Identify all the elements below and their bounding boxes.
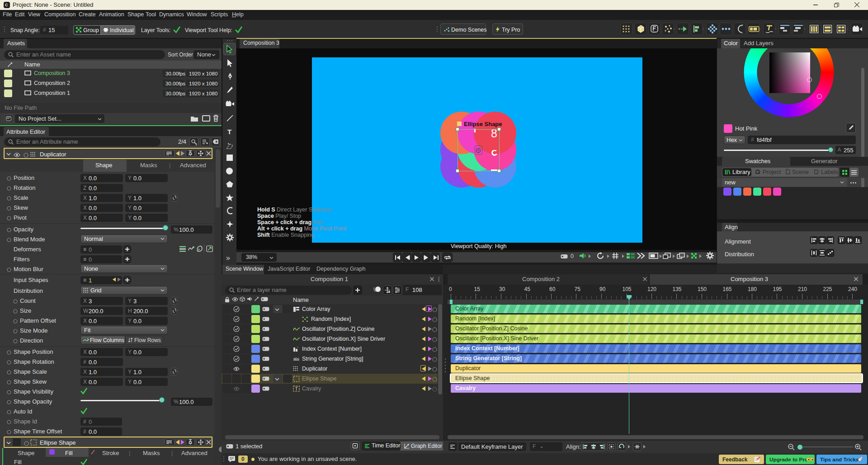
svg-text:abc: abc	[293, 357, 299, 361]
svg-text:T: T	[295, 386, 298, 391]
